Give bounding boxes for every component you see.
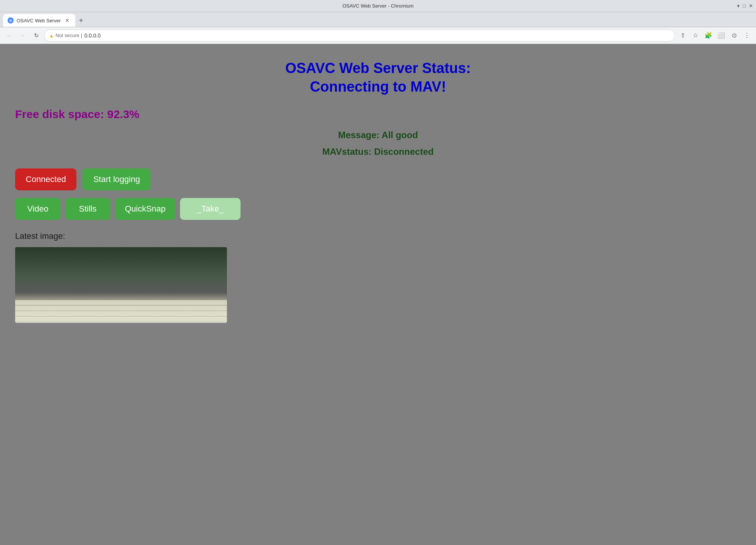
window-controls[interactable]: ▾ □ ✕ xyxy=(737,3,753,9)
take-button[interactable]: _Take_ xyxy=(180,198,241,220)
message-display: Message: All good xyxy=(11,130,745,140)
address-separator: | xyxy=(81,33,82,38)
quicksnap-button[interactable]: QuickSnap xyxy=(115,198,175,220)
extensions-button[interactable]: 🧩 xyxy=(702,30,714,42)
tab-label: OSAVC Web Server xyxy=(17,18,61,23)
new-tab-button[interactable]: + xyxy=(75,14,87,27)
security-indicator: ▲ Not secure | xyxy=(49,33,82,39)
mav-status-display: MAVstatus: Disconnected xyxy=(11,146,745,157)
profile-button[interactable]: ⊙ xyxy=(728,30,740,42)
window-title: OSAVC Web Server - Chromium xyxy=(342,3,413,9)
browser-titlebar: OSAVC Web Server - Chromium ▾ □ ✕ xyxy=(0,0,756,12)
message-label: Message: xyxy=(338,130,379,140)
message-value: All good xyxy=(382,130,418,140)
minimize-button[interactable]: ▾ xyxy=(737,3,740,9)
video-button[interactable]: Video xyxy=(15,198,61,220)
close-button[interactable]: ✕ xyxy=(749,3,753,9)
not-secure-label: Not secure xyxy=(56,33,79,38)
menu-button[interactable]: ⋮ xyxy=(741,30,753,42)
back-button[interactable]: ← xyxy=(3,30,15,42)
server-status-line2: Connecting to MAV! xyxy=(310,79,446,95)
server-status-line1: OSAVC Web Server Status: xyxy=(285,60,471,76)
cast-button[interactable]: ⬜ xyxy=(715,30,727,42)
blind-slat xyxy=(15,311,227,317)
disk-space-value: 92.3% xyxy=(107,108,139,120)
latest-image-label: Latest image: xyxy=(11,231,745,241)
active-tab[interactable]: ◎ OSAVC Web Server ✕ xyxy=(3,14,75,27)
tab-close-button[interactable]: ✕ xyxy=(64,17,71,24)
page-content: OSAVC Web Server Status: Connecting to M… xyxy=(0,44,756,545)
start-logging-button[interactable]: Start logging xyxy=(82,168,151,190)
share-button[interactable]: ⇧ xyxy=(677,30,689,42)
browser-tabbar: ◎ OSAVC Web Server ✕ + xyxy=(0,12,756,27)
maximize-button[interactable]: □ xyxy=(743,3,746,9)
button-row-2: Video Stills QuickSnap _Take_ xyxy=(11,198,745,220)
warning-triangle-icon: ▲ xyxy=(49,33,54,39)
blind-slat xyxy=(15,317,227,322)
address-bar[interactable]: ▲ Not secure | 0.0.0.0 xyxy=(44,30,675,42)
forward-button[interactable]: → xyxy=(17,30,29,42)
url-text: 0.0.0.0 xyxy=(84,33,101,39)
bookmark-button[interactable]: ☆ xyxy=(689,30,702,42)
toolbar-right-buttons: ⇧ ☆ 🧩 ⬜ ⊙ ⋮ xyxy=(677,30,753,42)
blind-slat xyxy=(15,306,227,311)
connected-button[interactable]: Connected xyxy=(15,168,76,190)
mav-status-value: Disconnected xyxy=(374,146,433,157)
browser-toolbar: ← → ↻ ▲ Not secure | 0.0.0.0 ⇧ ☆ 🧩 ⬜ ⊙ ⋮ xyxy=(0,27,756,44)
disk-space-display: Free disk space: 92.3% xyxy=(11,108,745,121)
server-status-title: OSAVC Web Server Status: Connecting to M… xyxy=(11,59,745,97)
reload-button[interactable]: ↻ xyxy=(30,30,42,42)
mav-status-label: MAVstatus: xyxy=(322,146,371,157)
latest-image xyxy=(15,247,227,323)
tab-favicon-icon: ◎ xyxy=(8,17,14,23)
button-row-1: Connected Start logging xyxy=(11,168,745,190)
stills-button[interactable]: Stills xyxy=(65,198,110,220)
disk-space-label: Free disk space: xyxy=(15,108,104,120)
blind-slat xyxy=(15,300,227,305)
